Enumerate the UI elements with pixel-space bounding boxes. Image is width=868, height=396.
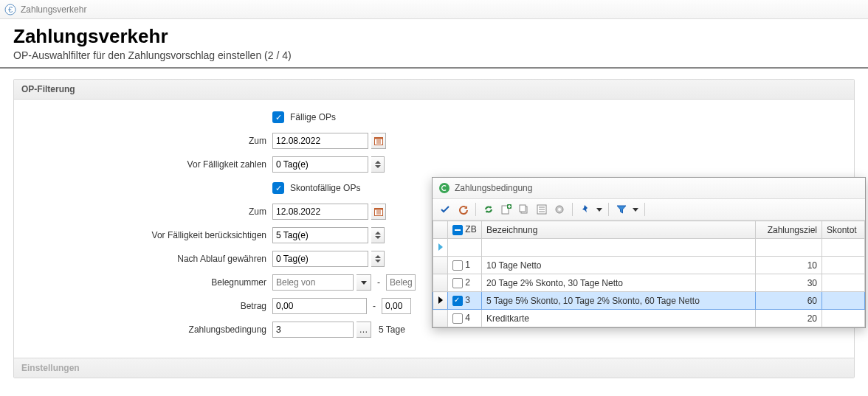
filter-icon[interactable] [613,201,630,218]
zb-input[interactable] [272,322,354,338]
beleg-from-dropdown[interactable] [356,274,371,291]
confirm-icon[interactable] [437,201,453,218]
table-row[interactable]: 3 5 Tage 5% Skonto, 10 Tage 2% Skonto, 6… [433,292,865,310]
app-icon: € [4,4,16,15]
list-icon[interactable] [534,201,550,218]
nach-ablauf-spinner[interactable] [371,251,385,267]
copy-icon[interactable] [516,201,532,218]
svg-point-22 [558,208,561,211]
beleg-label: Belegnummer [14,277,272,288]
betrag-label: Betrag [14,301,272,311]
zum1-label: Zum [14,136,272,146]
col-zb[interactable]: ZB [465,224,476,235]
pin-dropdown[interactable] [595,201,604,218]
range-separator: - [373,301,376,311]
zum2-datepicker-button[interactable] [371,204,386,220]
nach-ablauf-label: Nach Ablauf gewähren [14,254,272,264]
popup-title: Zahlungsbedingung [455,183,532,193]
vor-faelligkeit-input[interactable] [272,156,368,173]
undo-icon[interactable] [455,201,471,218]
popup-toolbar [433,198,865,220]
zb-label: Zahlungsbedingung [14,324,272,335]
skonto-ops-checkbox[interactable]: ✓ [272,182,284,194]
row-checkbox[interactable] [452,313,463,324]
row-cursor-icon [438,296,443,304]
row-checkbox[interactable] [452,260,463,271]
table-row[interactable]: 1 10 Tage Netto 10 [433,257,865,274]
svg-text:€: € [8,5,13,14]
table-row[interactable]: 2 20 Tage 2% Skonto, 30 Tage Netto 30 [433,274,865,292]
zb-grid[interactable]: ZB Bezeichnung Zahlungsziel Skontot 1 10… [433,220,865,327]
zb-lookup-popup: Zahlungsbedingung ZB Bezeichnung Zahlung… [432,177,866,328]
filter-row[interactable] [433,239,865,257]
popup-icon [438,182,450,194]
settings-panel-header: Einstellungen [14,358,854,378]
col-bezeichnung[interactable]: Bezeichnung [482,221,756,239]
zum1-datepicker-button[interactable] [371,133,386,149]
beleg-to-input[interactable] [386,274,416,291]
col-zahlungsziel[interactable]: Zahlungsziel [756,221,822,239]
svg-rect-3 [374,138,382,139]
zum2-label: Zum [14,206,272,217]
window-title: Zahlungsverkehr [21,4,86,15]
window-titlebar: € Zahlungsverkehr [0,0,868,19]
vor-beruck-label: Vor Fälligkeit berücksichtigen [14,230,272,240]
beleg-from-input[interactable] [272,274,354,291]
zb-description: 5 Tage [379,324,405,335]
row-cursor-icon [438,243,443,251]
filter-dropdown[interactable] [631,201,640,218]
zum2-input[interactable] [272,204,368,220]
zum1-input[interactable] [272,133,368,149]
faellige-ops-label: Fällige OPs [290,112,336,122]
vor-faelligkeit-label: Vor Fälligkeit zahlen [14,159,272,170]
add-record-icon[interactable] [498,201,514,218]
row-checkbox[interactable] [452,296,463,306]
svg-rect-8 [374,209,382,210]
pin-icon[interactable] [577,201,593,218]
page-subtitle: OP-Auswahlfilter für den Zahlungsvorschl… [13,49,855,61]
settings-icon[interactable] [551,201,568,218]
zb-lookup-button[interactable]: … [356,322,371,338]
vor-beruck-input[interactable] [272,227,368,243]
svg-point-12 [439,183,450,193]
nach-ablauf-input[interactable] [272,251,368,267]
filter-panel-header: OP-Filterung [14,80,854,100]
svg-rect-16 [520,205,526,212]
vor-faelligkeit-spinner[interactable] [371,156,385,173]
betrag-to-input[interactable] [382,298,411,314]
betrag-from-input[interactable] [272,298,367,314]
table-row[interactable]: 4 Kreditkarte 20 [433,310,865,327]
range-separator: - [377,277,380,288]
refresh-icon[interactable] [480,201,497,218]
vor-beruck-spinner[interactable] [371,227,385,243]
col-skontotage[interactable]: Skontot [822,221,865,239]
row-checkbox[interactable] [452,278,463,288]
page-title: Zahlungsverkehr [13,25,855,48]
faellige-ops-checkbox[interactable]: ✓ [272,111,284,123]
skonto-ops-label: Skontofällige OPs [290,183,360,193]
